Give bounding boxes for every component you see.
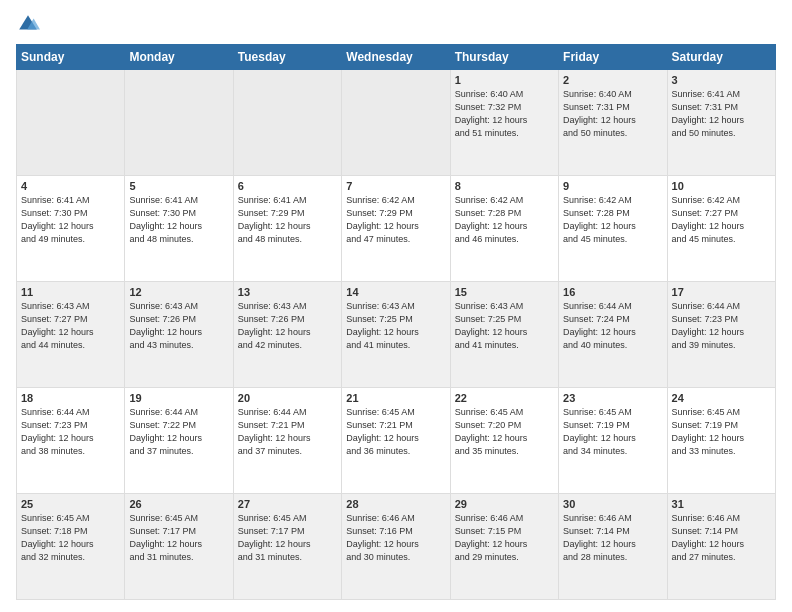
day-info: Sunrise: 6:42 AM Sunset: 7:28 PM Dayligh… [455,194,554,246]
calendar-cell: 9Sunrise: 6:42 AM Sunset: 7:28 PM Daylig… [559,176,667,282]
day-info: Sunrise: 6:44 AM Sunset: 7:23 PM Dayligh… [21,406,120,458]
day-info: Sunrise: 6:44 AM Sunset: 7:24 PM Dayligh… [563,300,662,352]
day-info: Sunrise: 6:45 AM Sunset: 7:17 PM Dayligh… [129,512,228,564]
calendar-cell: 2Sunrise: 6:40 AM Sunset: 7:31 PM Daylig… [559,70,667,176]
day-number: 11 [21,286,120,298]
weekday-header: Friday [559,45,667,70]
day-info: Sunrise: 6:40 AM Sunset: 7:32 PM Dayligh… [455,88,554,140]
calendar-cell: 19Sunrise: 6:44 AM Sunset: 7:22 PM Dayli… [125,388,233,494]
weekday-header: Sunday [17,45,125,70]
calendar-cell: 15Sunrise: 6:43 AM Sunset: 7:25 PM Dayli… [450,282,558,388]
day-number: 23 [563,392,662,404]
day-info: Sunrise: 6:44 AM Sunset: 7:23 PM Dayligh… [672,300,771,352]
day-number: 19 [129,392,228,404]
calendar-cell: 17Sunrise: 6:44 AM Sunset: 7:23 PM Dayli… [667,282,775,388]
day-number: 4 [21,180,120,192]
day-number: 13 [238,286,337,298]
calendar-cell: 1Sunrise: 6:40 AM Sunset: 7:32 PM Daylig… [450,70,558,176]
day-info: Sunrise: 6:46 AM Sunset: 7:14 PM Dayligh… [563,512,662,564]
day-number: 18 [21,392,120,404]
weekday-header: Wednesday [342,45,450,70]
day-info: Sunrise: 6:41 AM Sunset: 7:30 PM Dayligh… [129,194,228,246]
weekday-header: Saturday [667,45,775,70]
day-info: Sunrise: 6:45 AM Sunset: 7:21 PM Dayligh… [346,406,445,458]
calendar-cell: 6Sunrise: 6:41 AM Sunset: 7:29 PM Daylig… [233,176,341,282]
day-number: 20 [238,392,337,404]
calendar-cell: 4Sunrise: 6:41 AM Sunset: 7:30 PM Daylig… [17,176,125,282]
weekday-header: Thursday [450,45,558,70]
calendar-cell: 3Sunrise: 6:41 AM Sunset: 7:31 PM Daylig… [667,70,775,176]
day-info: Sunrise: 6:41 AM Sunset: 7:31 PM Dayligh… [672,88,771,140]
calendar-cell: 12Sunrise: 6:43 AM Sunset: 7:26 PM Dayli… [125,282,233,388]
day-number: 25 [21,498,120,510]
day-info: Sunrise: 6:43 AM Sunset: 7:26 PM Dayligh… [238,300,337,352]
day-info: Sunrise: 6:43 AM Sunset: 7:26 PM Dayligh… [129,300,228,352]
calendar-row: 1Sunrise: 6:40 AM Sunset: 7:32 PM Daylig… [17,70,776,176]
day-number: 24 [672,392,771,404]
day-number: 30 [563,498,662,510]
day-number: 1 [455,74,554,86]
day-number: 15 [455,286,554,298]
calendar-cell [125,70,233,176]
day-info: Sunrise: 6:43 AM Sunset: 7:25 PM Dayligh… [346,300,445,352]
calendar-cell: 31Sunrise: 6:46 AM Sunset: 7:14 PM Dayli… [667,494,775,600]
day-number: 10 [672,180,771,192]
day-info: Sunrise: 6:46 AM Sunset: 7:16 PM Dayligh… [346,512,445,564]
calendar-cell: 18Sunrise: 6:44 AM Sunset: 7:23 PM Dayli… [17,388,125,494]
calendar-cell: 28Sunrise: 6:46 AM Sunset: 7:16 PM Dayli… [342,494,450,600]
logo [16,12,44,36]
day-number: 22 [455,392,554,404]
day-number: 27 [238,498,337,510]
calendar-table: SundayMondayTuesdayWednesdayThursdayFrid… [16,44,776,600]
calendar-cell: 8Sunrise: 6:42 AM Sunset: 7:28 PM Daylig… [450,176,558,282]
calendar-cell: 13Sunrise: 6:43 AM Sunset: 7:26 PM Dayli… [233,282,341,388]
calendar-cell: 30Sunrise: 6:46 AM Sunset: 7:14 PM Dayli… [559,494,667,600]
calendar-cell: 16Sunrise: 6:44 AM Sunset: 7:24 PM Dayli… [559,282,667,388]
day-info: Sunrise: 6:45 AM Sunset: 7:18 PM Dayligh… [21,512,120,564]
calendar-cell: 7Sunrise: 6:42 AM Sunset: 7:29 PM Daylig… [342,176,450,282]
calendar-cell: 26Sunrise: 6:45 AM Sunset: 7:17 PM Dayli… [125,494,233,600]
day-info: Sunrise: 6:42 AM Sunset: 7:29 PM Dayligh… [346,194,445,246]
day-info: Sunrise: 6:45 AM Sunset: 7:20 PM Dayligh… [455,406,554,458]
day-info: Sunrise: 6:45 AM Sunset: 7:19 PM Dayligh… [563,406,662,458]
day-number: 14 [346,286,445,298]
day-info: Sunrise: 6:46 AM Sunset: 7:15 PM Dayligh… [455,512,554,564]
day-info: Sunrise: 6:40 AM Sunset: 7:31 PM Dayligh… [563,88,662,140]
weekday-header-row: SundayMondayTuesdayWednesdayThursdayFrid… [17,45,776,70]
calendar-cell: 22Sunrise: 6:45 AM Sunset: 7:20 PM Dayli… [450,388,558,494]
calendar-page: SundayMondayTuesdayWednesdayThursdayFrid… [0,0,792,612]
calendar-cell: 20Sunrise: 6:44 AM Sunset: 7:21 PM Dayli… [233,388,341,494]
day-number: 2 [563,74,662,86]
calendar-row: 18Sunrise: 6:44 AM Sunset: 7:23 PM Dayli… [17,388,776,494]
day-info: Sunrise: 6:44 AM Sunset: 7:22 PM Dayligh… [129,406,228,458]
day-number: 29 [455,498,554,510]
day-number: 12 [129,286,228,298]
calendar-row: 11Sunrise: 6:43 AM Sunset: 7:27 PM Dayli… [17,282,776,388]
day-number: 7 [346,180,445,192]
calendar-row: 4Sunrise: 6:41 AM Sunset: 7:30 PM Daylig… [17,176,776,282]
calendar-cell: 14Sunrise: 6:43 AM Sunset: 7:25 PM Dayli… [342,282,450,388]
day-number: 9 [563,180,662,192]
day-info: Sunrise: 6:43 AM Sunset: 7:27 PM Dayligh… [21,300,120,352]
day-number: 8 [455,180,554,192]
day-number: 6 [238,180,337,192]
logo-icon [16,12,40,36]
calendar-cell: 24Sunrise: 6:45 AM Sunset: 7:19 PM Dayli… [667,388,775,494]
day-number: 26 [129,498,228,510]
calendar-cell: 5Sunrise: 6:41 AM Sunset: 7:30 PM Daylig… [125,176,233,282]
calendar-cell [342,70,450,176]
day-info: Sunrise: 6:45 AM Sunset: 7:17 PM Dayligh… [238,512,337,564]
day-info: Sunrise: 6:46 AM Sunset: 7:14 PM Dayligh… [672,512,771,564]
day-info: Sunrise: 6:44 AM Sunset: 7:21 PM Dayligh… [238,406,337,458]
day-number: 16 [563,286,662,298]
calendar-cell: 23Sunrise: 6:45 AM Sunset: 7:19 PM Dayli… [559,388,667,494]
day-info: Sunrise: 6:45 AM Sunset: 7:19 PM Dayligh… [672,406,771,458]
calendar-cell [233,70,341,176]
calendar-cell: 29Sunrise: 6:46 AM Sunset: 7:15 PM Dayli… [450,494,558,600]
calendar-row: 25Sunrise: 6:45 AM Sunset: 7:18 PM Dayli… [17,494,776,600]
day-info: Sunrise: 6:41 AM Sunset: 7:29 PM Dayligh… [238,194,337,246]
day-number: 21 [346,392,445,404]
calendar-cell: 11Sunrise: 6:43 AM Sunset: 7:27 PM Dayli… [17,282,125,388]
weekday-header: Tuesday [233,45,341,70]
calendar-cell: 10Sunrise: 6:42 AM Sunset: 7:27 PM Dayli… [667,176,775,282]
